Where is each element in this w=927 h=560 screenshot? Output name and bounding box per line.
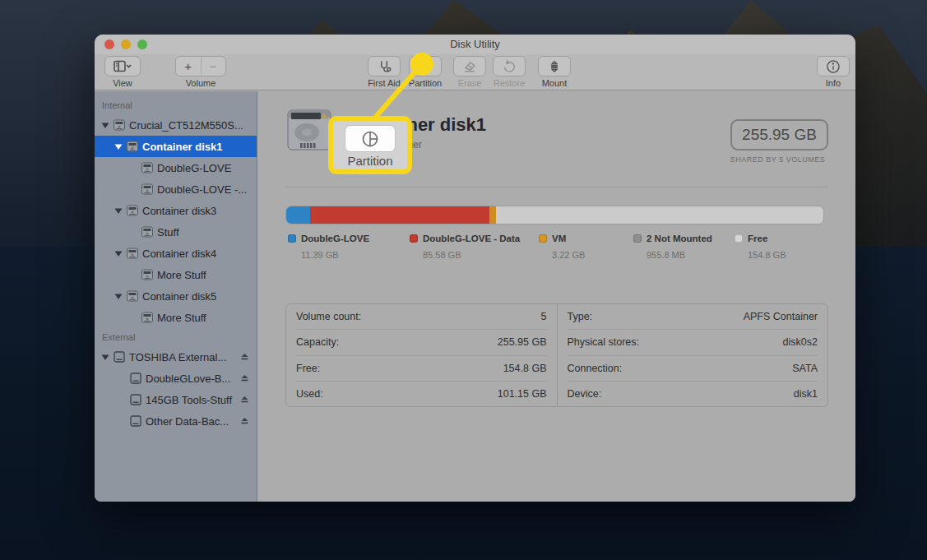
disclosure-triangle-icon[interactable] — [114, 143, 126, 150]
sidebar-item-more-stuff[interactable]: More Stuff — [95, 307, 257, 328]
row-label: Free: — [296, 363, 320, 374]
details-table: Volume count: 5 Capacity: 255.95 GB Free… — [285, 303, 828, 407]
legend-name: Free — [748, 234, 767, 243]
table-row: Physical stores: disk0s2 — [568, 329, 818, 354]
internal-disk-icon — [113, 118, 127, 132]
sidebar-item-doubleglove-b[interactable]: DoubleGLove-B... — [95, 368, 257, 389]
sidebar-item-doubleg-love[interactable]: DoubleG-LOVE -... — [95, 178, 257, 200]
disclosure-triangle-icon[interactable] — [114, 250, 126, 257]
window-title: Disk Utility — [95, 38, 855, 50]
sidebar: InternalCrucial_CT512M550S...Container d… — [95, 91, 257, 502]
sidebar-item-145gb-tools-stuff[interactable]: 145GB Tools-Stuff — [95, 389, 257, 410]
add-volume-button[interactable]: + — [176, 57, 201, 76]
toolbar: View + − Volume First Aid — [95, 54, 855, 90]
view-control: View — [98, 56, 147, 88]
partition-callout: Partition — [328, 116, 412, 174]
usage-segment-2 — [489, 206, 496, 224]
sidebar-item-label: Other Data-Bac... — [146, 415, 229, 428]
view-button[interactable] — [104, 56, 141, 76]
remove-volume-button[interactable]: − — [201, 57, 226, 76]
chevron-down-icon — [127, 65, 131, 67]
volume-control: + − Volume — [165, 56, 236, 88]
window-body: InternalCrucial_CT512M550S...Container d… — [95, 91, 855, 502]
callout-partition-label: Partition — [347, 154, 392, 168]
row-value: disk1 — [794, 388, 818, 400]
disclosure-triangle-icon[interactable] — [101, 122, 113, 129]
table-row: Device: disk1 — [568, 381, 818, 406]
table-row: Type: APFS Container — [568, 304, 818, 329]
mount-button[interactable] — [538, 56, 571, 76]
legend-item-2-not-mounted: 2 Not Mounted955.8 MB — [633, 234, 712, 260]
sidebar-item-more-stuff[interactable]: More Stuff — [95, 264, 257, 285]
sidebar-item-label: Container disk1 — [142, 141, 223, 153]
hard-disk-icon — [285, 106, 333, 157]
row-value: 101.15 GB — [498, 388, 547, 400]
internal-disk-icon — [141, 225, 155, 238]
legend-item-doubleg-love-data: DoubleG-LOVE - Data85.58 GB — [410, 234, 520, 260]
internal-disk-icon — [126, 140, 141, 153]
row-label: Device: — [568, 388, 602, 400]
sidebar-item-label: More Stuff — [157, 312, 206, 324]
row-value: disk0s2 — [783, 336, 818, 348]
details-right-column: Type: APFS Container Physical stores: di… — [557, 304, 828, 406]
callout-dot — [410, 53, 433, 76]
row-label: Physical stores: — [568, 336, 640, 348]
legend-size: 85.58 GB — [423, 250, 520, 260]
legend-item-doubleg-love: DoubleG-LOVE11.39 GB — [288, 234, 369, 260]
row-value: 5 — [541, 311, 547, 322]
sidebar-item-doubleg-love[interactable]: DoubleG-LOVE — [95, 157, 257, 178]
row-value: 154.8 GB — [503, 363, 547, 374]
legend-size: 3.22 GB — [552, 250, 585, 260]
erase-button[interactable] — [453, 56, 486, 76]
info-button[interactable] — [817, 56, 850, 76]
disclosure-triangle-icon[interactable] — [114, 293, 126, 300]
eject-icon[interactable] — [239, 351, 250, 362]
table-row: Volume count: 5 — [296, 304, 547, 329]
eject-icon[interactable] — [239, 415, 250, 426]
sidebar-item-label: DoubleG-LOVE — [157, 162, 231, 174]
restore-arrow-icon — [501, 58, 517, 75]
usage-bar — [285, 206, 824, 224]
row-label: Type: — [568, 311, 593, 322]
row-label: Used: — [296, 388, 323, 400]
internal-disk-icon — [141, 183, 155, 196]
sidebar-item-stuff[interactable]: Stuff — [95, 221, 257, 243]
sidebar-item-container-disk3[interactable]: Container disk3 — [95, 200, 257, 221]
restore-button[interactable] — [493, 56, 526, 76]
row-value: 255.95 GB — [498, 336, 547, 348]
legend-item-vm: VM3.22 GB — [539, 234, 585, 260]
callout-partition-button[interactable] — [345, 125, 396, 152]
legend-swatch — [288, 234, 296, 243]
sidebar-item-container-disk4[interactable]: Container disk4 — [95, 243, 257, 264]
disclosure-triangle-icon[interactable] — [114, 207, 126, 215]
sidebar-item-other-data-bac[interactable]: Other Data-Bac... — [95, 410, 257, 432]
eject-icon[interactable] — [239, 394, 250, 405]
info-label: Info — [812, 78, 855, 88]
toolbar-restore: Restore — [488, 56, 531, 88]
row-label: Volume count: — [296, 311, 361, 322]
eject-icon[interactable] — [239, 373, 250, 383]
titlebar[interactable]: Disk Utility — [95, 35, 855, 54]
disclosure-triangle-icon[interactable] — [101, 354, 113, 361]
external-disk-icon — [129, 393, 144, 406]
toolbar-erase: Erase — [448, 56, 491, 88]
view-label: View — [98, 78, 147, 88]
sidebar-icon — [114, 60, 132, 73]
erase-label: Erase — [448, 78, 491, 88]
eraser-icon — [461, 58, 478, 75]
internal-disk-icon — [141, 268, 155, 281]
sidebar-item-container-disk5[interactable]: Container disk5 — [95, 285, 257, 307]
sidebar-item-container-disk1[interactable]: Container disk1 — [95, 136, 257, 157]
row-label: Connection: — [568, 363, 623, 374]
legend-size: 11.39 GB — [301, 250, 369, 260]
sidebar-item-label: DoubleG-LOVE -... — [157, 183, 247, 196]
mount-icon — [546, 58, 563, 75]
legend-item-free: Free154.8 GB — [735, 234, 786, 260]
sidebar-item-toshiba-external[interactable]: TOSHIBA External... — [95, 346, 257, 368]
sidebar-item-label: Container disk4 — [142, 248, 216, 260]
info-icon — [825, 58, 841, 75]
legend-swatch — [410, 234, 418, 243]
header-divider — [285, 187, 828, 187]
external-disk-icon — [129, 414, 144, 428]
sidebar-item-crucial-ct512m550s[interactable]: Crucial_CT512M550S... — [95, 114, 257, 136]
